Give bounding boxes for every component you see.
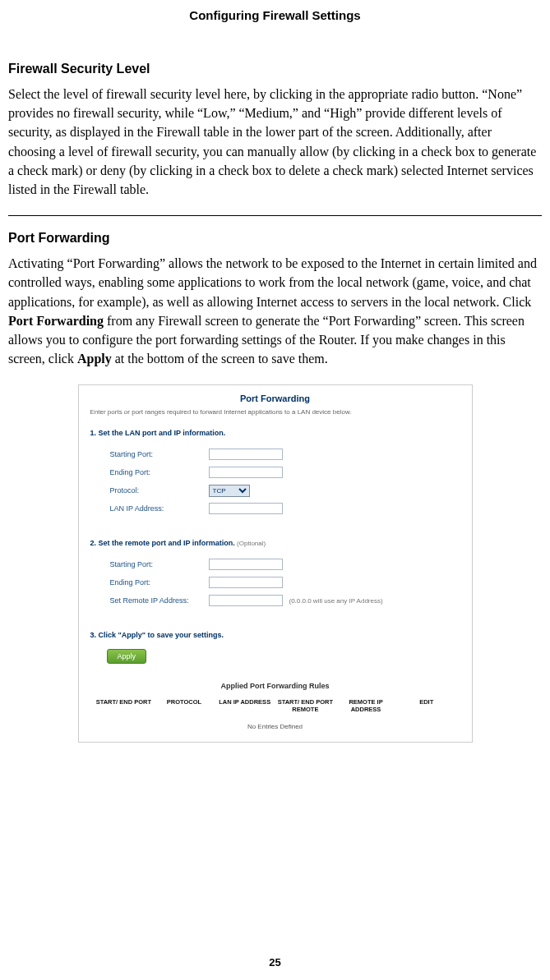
label-starting-port-lan: Starting Port: [110,450,209,458]
section-port-forwarding: Port Forwarding Activating “Port Forward… [0,231,550,368]
row-starting-port-lan: Starting Port: [110,447,460,462]
input-starting-port-remote[interactable] [209,559,283,570]
select-protocol[interactable]: TCP [209,485,250,497]
port-forwarding-panel: Port Forwarding Enter ports or port rang… [78,384,473,743]
row-starting-port-remote: Starting Port: [110,557,460,572]
step2-form: Starting Port: Ending Port: Set Remote I… [79,552,472,626]
input-ending-port-remote[interactable] [209,577,283,588]
input-remote-ip[interactable] [209,595,283,606]
step3-title: 3. Click "Apply" to save your settings. [79,626,472,644]
embedded-screenshot: Port Forwarding Enter ports or port rang… [78,384,473,743]
page-header: Configuring Firewall Settings [0,0,550,62]
body-span: Activating “Port Forwarding” allows the … [8,256,537,308]
label-lan-ip: LAN IP Address: [110,504,209,513]
label-protocol: Protocol: [110,486,209,495]
body-span: at the bottom of the screen to save them… [112,352,328,366]
row-ending-port-remote: Ending Port: [110,575,460,590]
row-remote-ip: Set Remote IP Address: (0.0.0.0 will use… [110,593,460,608]
step1-title: 1. Set the LAN port and IP information. [79,424,472,442]
col-protocol: PROTOCOL [154,698,215,713]
section-title-firewall: Firewall Security Level [8,62,542,76]
apply-button[interactable]: Apply [107,649,147,664]
col-start-end-port: START/ END PORT [94,698,155,713]
step2-title-text: 2. Set the remote port and IP informatio… [90,539,235,547]
input-starting-port-lan[interactable] [209,449,283,460]
panel-subtitle: Enter ports or port ranges required to f… [79,408,472,424]
step2-optional: (Optional) [235,540,266,547]
step2-title: 2. Set the remote port and IP informatio… [79,534,472,552]
col-remote-ip: REMOTE IP ADDRESS [335,698,396,713]
hint-remote-ip: (0.0.0.0 will use any IP Address) [289,597,383,605]
input-ending-port-lan[interactable] [209,467,283,478]
col-lan-ip: LAN IP ADDRESS [215,698,275,713]
page-number: 25 [0,956,550,968]
section-firewall-security: Firewall Security Level Select the level… [0,62,550,199]
row-ending-port-lan: Ending Port: [110,465,460,480]
rules-title: Applied Port Forwarding Rules [79,675,472,698]
step1-form: Starting Port: Ending Port: Protocol: TC… [79,442,472,534]
row-protocol: Protocol: TCP [110,483,460,498]
label-ending-port-lan: Ending Port: [110,468,209,476]
body-bold-apply: Apply [77,352,112,366]
divider [8,215,542,216]
body-firewall: Select the level of firewall security le… [8,85,542,199]
panel-title: Port Forwarding [79,385,472,408]
col-start-end-port-remote: START/ END PORT REMOTE [275,698,336,713]
label-starting-port-remote: Starting Port: [110,560,209,568]
rules-empty: No Entries Defined [79,718,472,742]
label-remote-ip: Set Remote IP Address: [110,596,209,605]
col-edit: EDIT [396,698,457,713]
rules-table-header: START/ END PORT PROTOCOL LAN IP ADDRESS … [79,698,472,718]
apply-row: Apply [107,649,460,664]
label-ending-port-remote: Ending Port: [110,578,209,587]
section-title-port-forwarding: Port Forwarding [8,231,542,246]
row-lan-ip: LAN IP Address: [110,501,460,516]
input-lan-ip[interactable] [209,503,283,514]
body-port-forwarding: Activating “Port Forwarding” allows the … [8,254,542,368]
body-bold-port-forwarding: Port Forwarding [8,314,104,328]
